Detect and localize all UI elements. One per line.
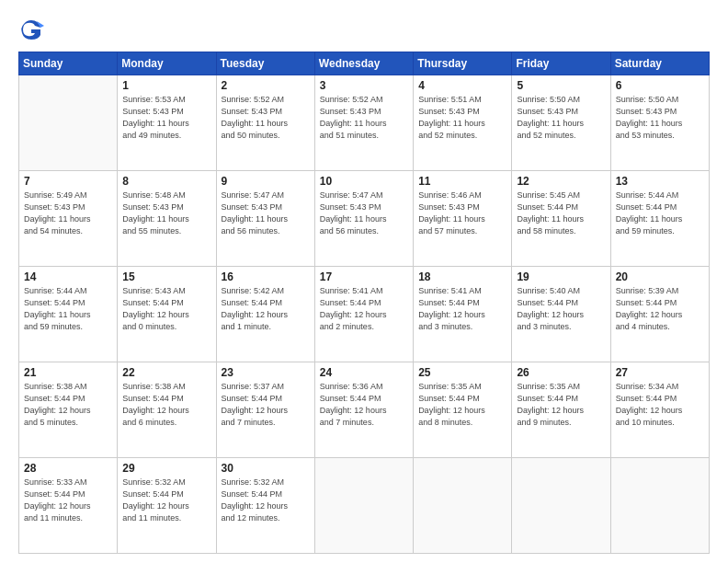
day-number: 17	[320, 270, 408, 283]
day-info: Sunrise: 5:38 AM Sunset: 5:44 PM Dayligh…	[122, 381, 210, 429]
day-number: 5	[517, 79, 605, 92]
weekday-header: Wednesday	[314, 52, 413, 75]
day-number: 18	[418, 270, 506, 283]
day-number: 2	[222, 79, 310, 92]
calendar-cell: 25Sunrise: 5:35 AM Sunset: 5:44 PM Dayli…	[414, 362, 512, 458]
calendar-cell: 27Sunrise: 5:34 AM Sunset: 5:44 PM Dayli…	[610, 362, 709, 458]
day-number: 9	[222, 175, 310, 188]
calendar-cell: 24Sunrise: 5:36 AM Sunset: 5:44 PM Dayli…	[314, 362, 413, 458]
calendar-cell: 4Sunrise: 5:51 AM Sunset: 5:43 PM Daylig…	[414, 75, 512, 171]
weekday-header: Saturday	[610, 52, 709, 75]
day-info: Sunrise: 5:39 AM Sunset: 5:44 PM Dayligh…	[616, 285, 704, 333]
calendar-cell: 29Sunrise: 5:32 AM Sunset: 5:44 PM Dayli…	[118, 458, 216, 554]
day-number: 12	[517, 175, 605, 188]
weekday-header: Tuesday	[216, 52, 314, 75]
calendar: SundayMondayTuesdayWednesdayThursdayFrid…	[18, 52, 710, 554]
day-info: Sunrise: 5:47 AM Sunset: 5:43 PM Dayligh…	[320, 190, 408, 237]
calendar-cell: 12Sunrise: 5:45 AM Sunset: 5:44 PM Dayli…	[512, 171, 610, 267]
day-number: 1	[122, 79, 210, 92]
calendar-cell: 20Sunrise: 5:39 AM Sunset: 5:44 PM Dayli…	[610, 267, 709, 362]
day-info: Sunrise: 5:32 AM Sunset: 5:44 PM Dayligh…	[122, 477, 210, 524]
day-number: 28	[24, 462, 112, 475]
day-number: 7	[24, 175, 112, 188]
weekday-header: Thursday	[414, 52, 512, 75]
day-info: Sunrise: 5:34 AM Sunset: 5:44 PM Dayligh…	[616, 381, 704, 429]
calendar-cell: 18Sunrise: 5:41 AM Sunset: 5:44 PM Dayli…	[414, 267, 512, 362]
day-info: Sunrise: 5:38 AM Sunset: 5:44 PM Dayligh…	[24, 381, 112, 429]
logo-icon	[18, 17, 44, 42]
calendar-week-row: 14Sunrise: 5:44 AM Sunset: 5:44 PM Dayli…	[19, 267, 710, 362]
day-info: Sunrise: 5:52 AM Sunset: 5:43 PM Dayligh…	[222, 94, 310, 142]
day-number: 25	[418, 366, 506, 379]
calendar-cell: 3Sunrise: 5:52 AM Sunset: 5:43 PM Daylig…	[314, 75, 413, 171]
day-info: Sunrise: 5:44 AM Sunset: 5:44 PM Dayligh…	[616, 190, 704, 237]
day-info: Sunrise: 5:44 AM Sunset: 5:44 PM Dayligh…	[24, 285, 112, 333]
day-number: 19	[517, 270, 605, 283]
calendar-week-row: 28Sunrise: 5:33 AM Sunset: 5:44 PM Dayli…	[19, 458, 710, 554]
day-number: 29	[122, 462, 210, 475]
calendar-week-row: 7Sunrise: 5:49 AM Sunset: 5:43 PM Daylig…	[19, 171, 710, 267]
day-number: 13	[616, 175, 704, 188]
day-info: Sunrise: 5:46 AM Sunset: 5:43 PM Dayligh…	[418, 190, 506, 237]
calendar-cell: 1Sunrise: 5:53 AM Sunset: 5:43 PM Daylig…	[118, 75, 216, 171]
day-info: Sunrise: 5:50 AM Sunset: 5:43 PM Dayligh…	[517, 94, 605, 142]
calendar-cell: 9Sunrise: 5:47 AM Sunset: 5:43 PM Daylig…	[216, 171, 314, 267]
day-number: 26	[517, 366, 605, 379]
weekday-header: Sunday	[19, 52, 118, 75]
day-number: 14	[24, 270, 112, 283]
day-number: 6	[616, 79, 704, 92]
day-number: 24	[320, 366, 408, 379]
day-number: 20	[616, 270, 704, 283]
day-info: Sunrise: 5:53 AM Sunset: 5:43 PM Dayligh…	[122, 94, 210, 142]
calendar-cell: 14Sunrise: 5:44 AM Sunset: 5:44 PM Dayli…	[19, 267, 118, 362]
day-info: Sunrise: 5:41 AM Sunset: 5:44 PM Dayligh…	[418, 285, 506, 333]
day-number: 23	[222, 366, 310, 379]
calendar-cell: 2Sunrise: 5:52 AM Sunset: 5:43 PM Daylig…	[216, 75, 314, 171]
day-info: Sunrise: 5:47 AM Sunset: 5:43 PM Dayligh…	[222, 190, 310, 237]
day-info: Sunrise: 5:42 AM Sunset: 5:44 PM Dayligh…	[222, 285, 310, 333]
calendar-week-row: 21Sunrise: 5:38 AM Sunset: 5:44 PM Dayli…	[19, 362, 710, 458]
calendar-cell	[414, 458, 512, 554]
calendar-cell: 23Sunrise: 5:37 AM Sunset: 5:44 PM Dayli…	[216, 362, 314, 458]
calendar-cell: 19Sunrise: 5:40 AM Sunset: 5:44 PM Dayli…	[512, 267, 610, 362]
day-info: Sunrise: 5:35 AM Sunset: 5:44 PM Dayligh…	[418, 381, 506, 429]
day-info: Sunrise: 5:52 AM Sunset: 5:43 PM Dayligh…	[320, 94, 408, 142]
day-number: 11	[418, 175, 506, 188]
calendar-cell: 11Sunrise: 5:46 AM Sunset: 5:43 PM Dayli…	[414, 171, 512, 267]
day-info: Sunrise: 5:37 AM Sunset: 5:44 PM Dayligh…	[222, 381, 310, 429]
calendar-cell: 6Sunrise: 5:50 AM Sunset: 5:43 PM Daylig…	[610, 75, 709, 171]
calendar-cell: 7Sunrise: 5:49 AM Sunset: 5:43 PM Daylig…	[19, 171, 118, 267]
day-info: Sunrise: 5:51 AM Sunset: 5:43 PM Dayligh…	[418, 94, 506, 142]
day-number: 4	[418, 79, 506, 92]
calendar-week-row: 1Sunrise: 5:53 AM Sunset: 5:43 PM Daylig…	[19, 75, 710, 171]
header	[18, 17, 710, 42]
day-info: Sunrise: 5:49 AM Sunset: 5:43 PM Dayligh…	[24, 190, 112, 237]
weekday-header: Monday	[118, 52, 216, 75]
calendar-cell: 30Sunrise: 5:32 AM Sunset: 5:44 PM Dayli…	[216, 458, 314, 554]
calendar-cell: 5Sunrise: 5:50 AM Sunset: 5:43 PM Daylig…	[512, 75, 610, 171]
day-number: 16	[222, 270, 310, 283]
day-info: Sunrise: 5:32 AM Sunset: 5:44 PM Dayligh…	[222, 477, 310, 524]
day-number: 3	[320, 79, 408, 92]
day-info: Sunrise: 5:43 AM Sunset: 5:44 PM Dayligh…	[122, 285, 210, 333]
day-number: 22	[122, 366, 210, 379]
calendar-cell: 10Sunrise: 5:47 AM Sunset: 5:43 PM Dayli…	[314, 171, 413, 267]
calendar-cell	[512, 458, 610, 554]
day-info: Sunrise: 5:41 AM Sunset: 5:44 PM Dayligh…	[320, 285, 408, 333]
calendar-cell: 21Sunrise: 5:38 AM Sunset: 5:44 PM Dayli…	[19, 362, 118, 458]
calendar-cell: 16Sunrise: 5:42 AM Sunset: 5:44 PM Dayli…	[216, 267, 314, 362]
day-number: 27	[616, 366, 704, 379]
calendar-cell: 22Sunrise: 5:38 AM Sunset: 5:44 PM Dayli…	[118, 362, 216, 458]
day-info: Sunrise: 5:40 AM Sunset: 5:44 PM Dayligh…	[517, 285, 605, 333]
weekday-header: Friday	[512, 52, 610, 75]
calendar-cell: 28Sunrise: 5:33 AM Sunset: 5:44 PM Dayli…	[19, 458, 118, 554]
day-info: Sunrise: 5:45 AM Sunset: 5:44 PM Dayligh…	[517, 190, 605, 237]
day-info: Sunrise: 5:36 AM Sunset: 5:44 PM Dayligh…	[320, 381, 408, 429]
day-info: Sunrise: 5:48 AM Sunset: 5:43 PM Dayligh…	[122, 190, 210, 237]
day-number: 30	[222, 462, 310, 475]
calendar-cell	[610, 458, 709, 554]
calendar-cell: 8Sunrise: 5:48 AM Sunset: 5:43 PM Daylig…	[118, 171, 216, 267]
page: SundayMondayTuesdayWednesdayThursdayFrid…	[0, 0, 728, 563]
day-info: Sunrise: 5:35 AM Sunset: 5:44 PM Dayligh…	[517, 381, 605, 429]
day-number: 8	[122, 175, 210, 188]
